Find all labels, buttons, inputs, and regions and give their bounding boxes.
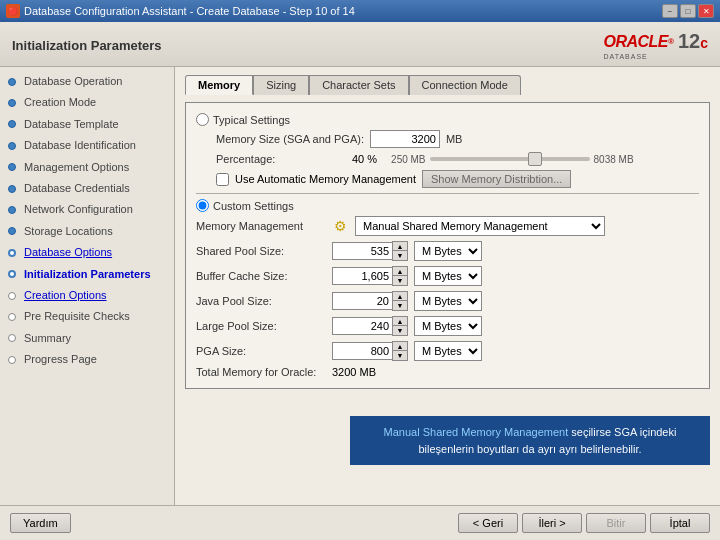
sidebar-item-database-template[interactable]: Database Template: [0, 114, 174, 135]
maximize-button[interactable]: □: [680, 4, 696, 18]
pga-input[interactable]: [332, 342, 392, 360]
sidebar-item-creation-options[interactable]: Creation Options: [0, 285, 174, 306]
close-button[interactable]: ✕: [698, 4, 714, 18]
sidebar-item-management-options[interactable]: Management Options: [0, 157, 174, 178]
percentage-label: Percentage:: [216, 153, 346, 165]
content-area: Database Operation Creation Mode Databas…: [0, 67, 720, 505]
memory-slider-thumb[interactable]: [528, 152, 542, 166]
pga-unit-select[interactable]: M Bytes: [414, 341, 482, 361]
info-icon: ⚙: [334, 218, 347, 234]
minimize-button[interactable]: −: [662, 4, 678, 18]
pga-spin-buttons[interactable]: ▲ ▼: [392, 341, 408, 361]
pga-row: PGA Size: ▲ ▼ M Bytes: [196, 341, 699, 361]
bottom-bar: Yardım < Geri İleri > Bitir İptal: [0, 505, 720, 540]
help-button[interactable]: Yardım: [10, 513, 71, 533]
sidebar-item-prerequisite-checks[interactable]: Pre Requisite Checks: [0, 306, 174, 327]
pga-up[interactable]: ▲: [393, 342, 407, 351]
window-controls: − □ ✕: [662, 4, 714, 18]
shared-pool-input[interactable]: [332, 242, 392, 260]
buffer-cache-unit-select[interactable]: M Bytes: [414, 266, 482, 286]
sidebar-item-progress-page[interactable]: Progress Page: [0, 349, 174, 370]
buffer-cache-spin-buttons[interactable]: ▲ ▼: [392, 266, 408, 286]
pga-spinner: ▲ ▼: [332, 341, 408, 361]
sidebar-dot: [8, 120, 16, 128]
auto-memory-checkbox[interactable]: [216, 173, 229, 186]
sidebar-item-database-operation[interactable]: Database Operation: [0, 71, 174, 92]
shared-pool-spin-buttons[interactable]: ▲ ▼: [392, 241, 408, 261]
total-memory-value: 3200 MB: [332, 366, 376, 378]
java-pool-unit-select[interactable]: M Bytes: [414, 291, 482, 311]
finish-button[interactable]: Bitir: [586, 513, 646, 533]
java-pool-spinner: ▲ ▼: [332, 291, 408, 311]
show-memory-dist-button[interactable]: Show Memory Distribtion...: [422, 170, 571, 188]
shared-pool-spinner: ▲ ▼: [332, 241, 408, 261]
cancel-button[interactable]: İptal: [650, 513, 710, 533]
memory-management-label: Memory Management: [196, 220, 326, 232]
java-pool-spin-buttons[interactable]: ▲ ▼: [392, 291, 408, 311]
content-wrapper: Memory Sizing Character Sets Connection …: [175, 67, 720, 505]
java-pool-row: Java Pool Size: ▲ ▼ M Bytes: [196, 291, 699, 311]
sidebar-dot: [8, 163, 16, 171]
large-pool-down[interactable]: ▼: [393, 326, 407, 335]
sidebar-item-summary[interactable]: Summary: [0, 328, 174, 349]
total-memory-row: Total Memory for Oracle: 3200 MB: [196, 366, 699, 378]
sidebar-dot: [8, 78, 16, 86]
titlebar: 🔴 Database Configuration Assistant - Cre…: [0, 0, 720, 22]
sidebar-item-database-credentials[interactable]: Database Credentials: [0, 178, 174, 199]
java-pool-input[interactable]: [332, 292, 392, 310]
main-window: Initialization Parameters ORACLE ® 12c D…: [0, 22, 720, 540]
sidebar-item-initialization-parameters[interactable]: Initialization Parameters: [0, 264, 174, 285]
memory-size-input[interactable]: [370, 130, 440, 148]
java-pool-label: Java Pool Size:: [196, 295, 326, 307]
sidebar-item-creation-mode[interactable]: Creation Mode: [0, 92, 174, 113]
sidebar-dot: [8, 249, 16, 257]
sidebar-item-network-configuration[interactable]: Network Configuration: [0, 199, 174, 220]
bottom-right: < Geri İleri > Bitir İptal: [458, 513, 710, 533]
buffer-cache-row: Buffer Cache Size: ▲ ▼ M Bytes: [196, 266, 699, 286]
shared-pool-row: Shared Pool Size: ▲ ▼ M Bytes: [196, 241, 699, 261]
large-pool-spin-buttons[interactable]: ▲ ▼: [392, 316, 408, 336]
typical-settings-option[interactable]: Typical Settings: [196, 113, 699, 126]
next-button[interactable]: İleri >: [522, 513, 582, 533]
back-button[interactable]: < Geri: [458, 513, 518, 533]
shared-pool-down[interactable]: ▼: [393, 251, 407, 260]
large-pool-input[interactable]: [332, 317, 392, 335]
tab-sizing[interactable]: Sizing: [253, 75, 309, 95]
memory-management-select[interactable]: Manual Shared Memory Management: [355, 216, 605, 236]
buffer-cache-input[interactable]: [332, 267, 392, 285]
java-pool-down[interactable]: ▼: [393, 301, 407, 310]
buffer-cache-up[interactable]: ▲: [393, 267, 407, 276]
large-pool-unit-select[interactable]: M Bytes: [414, 316, 482, 336]
sidebar-dot: [8, 334, 16, 342]
tab-memory[interactable]: Memory: [185, 75, 253, 95]
sidebar: Database Operation Creation Mode Databas…: [0, 67, 175, 505]
memory-slider-track[interactable]: [430, 157, 590, 161]
oracle-version: 12c: [678, 30, 708, 53]
tab-character-sets[interactable]: Character Sets: [309, 75, 408, 95]
sidebar-item-database-options[interactable]: Database Options: [0, 242, 174, 263]
app-icon-text: 🔴: [8, 7, 18, 16]
window-header: Initialization Parameters ORACLE ® 12c D…: [0, 22, 720, 67]
shared-pool-unit-select[interactable]: M Bytes: [414, 241, 482, 261]
custom-settings-radio[interactable]: [196, 199, 209, 212]
sidebar-item-database-identification[interactable]: Database Identification: [0, 135, 174, 156]
pga-down[interactable]: ▼: [393, 351, 407, 360]
buffer-cache-down[interactable]: ▼: [393, 276, 407, 285]
memory-management-dropdown-container: Manual Shared Memory Management: [355, 216, 605, 236]
java-pool-up[interactable]: ▲: [393, 292, 407, 301]
sidebar-dot: [8, 313, 16, 321]
tab-connection-mode[interactable]: Connection Mode: [409, 75, 521, 95]
oracle-brand-text: ORACLE: [603, 33, 668, 51]
typical-settings-radio[interactable]: [196, 113, 209, 126]
pga-label: PGA Size:: [196, 345, 326, 357]
slider-range: 250 MB 8038 MB: [391, 154, 634, 165]
auto-memory-row: Use Automatic Memory Management Show Mem…: [216, 170, 699, 188]
sidebar-dot: [8, 185, 16, 193]
tooltip-text-part3: bileşenlerin boyutları da ayrı ayrı beli…: [418, 443, 641, 455]
slider-row: Percentage: 40 % 250 MB 8038 MB: [216, 153, 699, 165]
large-pool-up[interactable]: ▲: [393, 317, 407, 326]
custom-settings-option[interactable]: Custom Settings: [196, 199, 699, 212]
slider-min-label: 250 MB: [391, 154, 425, 165]
sidebar-item-storage-locations[interactable]: Storage Locations: [0, 221, 174, 242]
shared-pool-up[interactable]: ▲: [393, 242, 407, 251]
